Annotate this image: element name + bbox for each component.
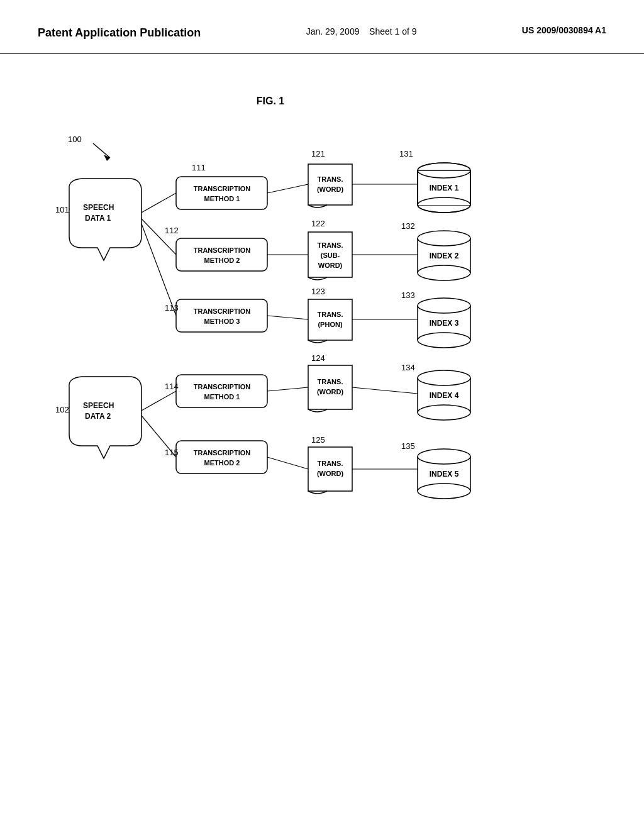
- patent-page: Patent Application Publication Jan. 29, …: [0, 0, 644, 830]
- trans1-label: 121: [311, 149, 325, 158]
- page-header: Patent Application Publication Jan. 29, …: [0, 0, 644, 54]
- tm4-box: [176, 375, 267, 407]
- tm2-text2: METHOD 2: [204, 257, 240, 264]
- trans4-text1: TRANS.: [318, 378, 343, 385]
- tm3-box: [176, 299, 267, 332]
- idx5-label: 135: [401, 441, 415, 451]
- idx3-top: [418, 298, 470, 313]
- tm5-box: [176, 441, 267, 473]
- system-label: 100: [68, 135, 82, 144]
- idx3-label: 133: [401, 290, 415, 300]
- tm5-text2: METHOD 2: [204, 459, 240, 467]
- idx2-label: 132: [401, 221, 415, 231]
- figure-area: FIG. 1 100 101 SPEECH DATA 1 111 TRANSCR…: [0, 54, 644, 796]
- speech1-label: 101: [55, 205, 69, 214]
- trans1-doc: [308, 164, 352, 205]
- trans4-label: 124: [311, 353, 325, 363]
- line-tm4-trans4: [267, 387, 308, 391]
- speech1-text-line1: SPEECH: [83, 203, 114, 212]
- idx2-text: INDEX 2: [430, 252, 459, 260]
- trans2-text3: WORD): [318, 262, 343, 269]
- trans2-label: 122: [311, 219, 325, 228]
- figure-1-diagram: FIG. 1 100 101 SPEECH DATA 1 111 TRANSCR…: [0, 54, 644, 796]
- svg-line-0: [93, 143, 110, 158]
- tm3-text1: TRANSCRIPTION: [194, 307, 251, 315]
- line-s1-tm3: [142, 224, 176, 316]
- speech2-text2: DATA 2: [85, 412, 111, 421]
- idx4-bottom: [418, 405, 470, 420]
- idx5-top: [418, 449, 470, 464]
- idx3-bottom: [418, 333, 470, 348]
- idx1-label: 131: [399, 149, 413, 158]
- line-s2-tm4: [142, 391, 176, 411]
- patent-number: US 2009/0030894 A1: [522, 25, 606, 35]
- tm4-text1: TRANSCRIPTION: [194, 383, 251, 390]
- line-s2-tm5: [142, 416, 176, 457]
- idx5-text: INDEX 5: [430, 470, 459, 479]
- trans5-doc: [308, 447, 352, 491]
- trans3-text2: (PHON): [318, 321, 342, 328]
- line-tm5-trans5: [267, 457, 308, 469]
- trans3-label: 123: [311, 287, 325, 296]
- trans1-text2: (WORD): [317, 185, 343, 193]
- sheet-info: Jan. 29, 2009 Sheet 1 of 9: [306, 25, 417, 38]
- tm2-label: 112: [165, 226, 179, 235]
- line-s1-tm1: [142, 193, 176, 213]
- trans2-text2: (SUB-: [321, 252, 340, 259]
- figure-title: FIG. 1: [257, 96, 285, 106]
- trans2-text1: TRANS.: [318, 241, 343, 249]
- tm2-text1: TRANSCRIPTION: [194, 246, 251, 254]
- speech2-text1: SPEECH: [83, 401, 114, 410]
- idx4-text: INDEX 4: [430, 391, 459, 400]
- trans5-text2: (WORD): [317, 470, 343, 477]
- line-tm3-trans3: [267, 316, 308, 319]
- line-tm1-trans1: [267, 184, 308, 193]
- idx2-top: [418, 231, 470, 246]
- tm1-label: 111: [192, 163, 206, 172]
- idx3-text: INDEX 3: [430, 319, 459, 328]
- trans4-doc: [308, 365, 352, 409]
- tm3-text2: METHOD 3: [204, 318, 240, 325]
- idx1-text: INDEX 1: [430, 184, 459, 192]
- idx4-top: [418, 370, 470, 385]
- speech1-text-line2: DATA 1: [85, 214, 111, 223]
- trans5-label: 125: [311, 435, 325, 445]
- trans4-text2: (WORD): [317, 388, 343, 396]
- trans3-doc: [308, 299, 352, 340]
- idx5-bottom: [418, 484, 470, 499]
- tm1-box: [176, 177, 267, 209]
- idx4-label: 134: [401, 363, 415, 372]
- tm1-text2: METHOD 1: [204, 195, 240, 202]
- trans5-text1: TRANS.: [318, 460, 343, 467]
- tm1-text1: TRANSCRIPTION: [194, 185, 251, 192]
- trans1-text1: TRANS.: [318, 175, 343, 183]
- idx2-bottom: [418, 265, 470, 280]
- line-trans4-idx4: [352, 387, 418, 394]
- publication-title: Patent Application Publication: [38, 25, 201, 41]
- trans3-text1: TRANS.: [318, 311, 343, 318]
- speech2-label: 102: [55, 405, 69, 414]
- publication-date: Jan. 29, 2009: [306, 26, 360, 36]
- sheet-number: Sheet 1 of 9: [369, 26, 417, 36]
- tm4-text2: METHOD 1: [204, 393, 240, 401]
- tm2-box: [176, 238, 267, 271]
- tm5-text1: TRANSCRIPTION: [194, 449, 251, 456]
